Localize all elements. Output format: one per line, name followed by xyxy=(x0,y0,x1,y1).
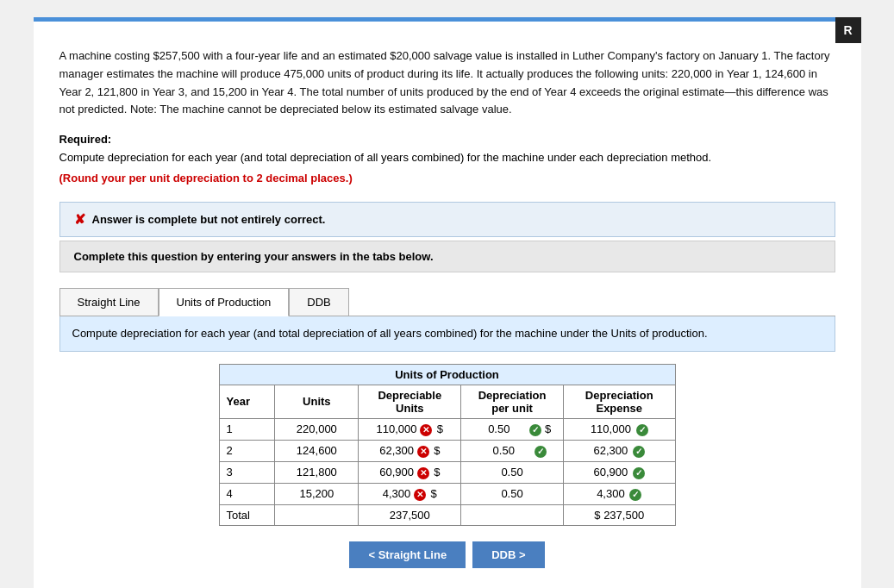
dep-expense-value-4: 4,300 xyxy=(597,487,625,500)
table-row: 1 220,000 110,000 ✕ $ ✓ $ 110,000 ✓ xyxy=(219,418,675,440)
dep-units-x-icon-4: ✕ xyxy=(414,489,426,501)
cell-dep-per-unit-4 xyxy=(461,483,564,504)
table-row: 3 121,800 60,900 ✕ $ 60,900 ✓ xyxy=(219,461,675,483)
dep-per-unit-check-icon-1: ✓ xyxy=(529,424,541,436)
dep-units-value-1: 110,000 xyxy=(377,422,417,435)
tab-units-of-production[interactable]: Units of Production xyxy=(159,288,290,316)
dep-per-unit-dollar-4: $ xyxy=(431,487,437,500)
tabs-container: Straight Line Units of Production DDB xyxy=(59,288,835,316)
table-section-header: Units of Production xyxy=(219,364,675,385)
dep-expense-check-icon-4: ✓ xyxy=(629,489,641,501)
cell-total-dep-units: 237,500 xyxy=(359,504,461,525)
dep-expense-value-3: 60,900 xyxy=(594,466,628,479)
dep-per-unit-input-4[interactable] xyxy=(486,487,538,500)
cell-dep-per-unit-3 xyxy=(461,461,564,483)
col-header-dep-units: Depreciable Units xyxy=(359,385,461,418)
col-header-dep-expense: Depreciation Expense xyxy=(563,385,675,418)
tab-straight-line[interactable]: Straight Line xyxy=(59,288,159,316)
cell-units-3: 121,800 xyxy=(275,461,359,483)
round-note: (Round your per unit depreciation to 2 d… xyxy=(59,170,835,187)
cell-total-label: Total xyxy=(219,504,275,525)
units-of-production-table: Units of Production Year Units Depreciab… xyxy=(219,364,676,526)
dep-per-unit-dollar-2: $ xyxy=(434,444,440,457)
alert-box: ✘ Answer is complete but not entirely co… xyxy=(59,202,835,237)
total-dep-expense-value: 237,500 xyxy=(603,509,644,522)
table-section: Units of Production Year Units Depreciab… xyxy=(59,364,835,526)
dep-per-unit-dollar-3: $ xyxy=(434,466,440,479)
dep-per-unit-input-2[interactable] xyxy=(478,444,529,457)
dep-units-value-2: 62,300 xyxy=(379,444,414,457)
dep-per-unit-check-icon-2: ✓ xyxy=(535,446,547,458)
page-container: R A machine costing $257,500 with a four… xyxy=(34,17,861,588)
col-header-dep-per-unit: Depreciation per unit xyxy=(461,385,564,418)
cell-year-4: 4 xyxy=(219,483,275,504)
tab-ddb[interactable]: DDB xyxy=(289,288,348,316)
cell-dep-units-4: 4,300 ✕ $ xyxy=(359,483,461,504)
dep-units-x-icon-3: ✕ xyxy=(417,467,429,479)
table-section-header-row: Units of Production xyxy=(219,364,675,385)
cell-dep-expense-2: 62,300 ✓ xyxy=(563,440,675,461)
instruction-text: Compute depreciation for each year (and … xyxy=(59,149,835,166)
problem-text: A machine costing $257,500 with a four-y… xyxy=(59,47,835,119)
col-header-units: Units xyxy=(275,385,359,418)
dep-expense-value-2: 62,300 xyxy=(594,444,628,457)
alert-icon: ✘ xyxy=(74,211,85,228)
cell-dep-units-2: 62,300 ✕ $ xyxy=(359,440,461,461)
cell-units-1: 220,000 xyxy=(275,418,359,440)
dep-expense-check-icon-1: ✓ xyxy=(636,424,648,436)
table-total-row: Total 237,500 $ 237,500 xyxy=(219,504,675,525)
alert-text: Answer is complete but not entirely corr… xyxy=(92,213,326,226)
next-button[interactable]: DDB > xyxy=(472,541,544,568)
total-dep-expense-dollar: $ xyxy=(594,509,600,522)
dep-per-unit-input-1[interactable] xyxy=(473,422,525,435)
dep-units-value-3: 60,900 xyxy=(379,466,414,479)
prev-button[interactable]: < Straight Line xyxy=(349,541,466,568)
cell-year-1: 1 xyxy=(219,418,275,440)
tab-content-description: Compute depreciation for each year (and … xyxy=(59,316,835,352)
cell-dep-per-unit-2: ✓ xyxy=(461,440,564,461)
cell-dep-units-1: 110,000 ✕ $ xyxy=(359,418,461,440)
dep-expense-value-1: 110,000 xyxy=(591,422,631,435)
dep-per-unit-dollar-1: $ xyxy=(437,422,443,435)
cell-units-4: 15,200 xyxy=(275,483,359,504)
table-row: 4 15,200 4,300 ✕ $ 4,300 ✓ xyxy=(219,483,675,504)
cell-year-3: 3 xyxy=(219,461,275,483)
cell-total-dep-per-unit-blank xyxy=(461,504,564,525)
nav-buttons: < Straight Line DDB > xyxy=(59,541,835,568)
required-label: Required: xyxy=(59,133,835,146)
dep-expense-check-icon-3: ✓ xyxy=(633,467,645,479)
cell-year-2: 2 xyxy=(219,440,275,461)
dep-expense-check-icon-2: ✓ xyxy=(633,446,645,458)
col-header-year: Year xyxy=(219,385,275,418)
table-column-headers-row: Year Units Depreciable Units Depreciatio… xyxy=(219,385,675,418)
dep-units-value-4: 4,300 xyxy=(383,487,411,500)
dep-per-unit-input-3[interactable] xyxy=(486,466,538,479)
cell-total-units-blank xyxy=(275,504,359,525)
cell-total-dep-expense: $ 237,500 xyxy=(563,504,675,525)
corner-button[interactable]: R xyxy=(835,17,861,43)
top-bar xyxy=(34,17,861,22)
cell-dep-expense-4: 4,300 ✓ xyxy=(563,483,675,504)
dep-units-x-icon-2: ✕ xyxy=(417,446,429,458)
cell-dep-expense-1: 110,000 ✓ xyxy=(563,418,675,440)
table-row: 2 124,600 62,300 ✕ $ ✓ 62,300 ✓ xyxy=(219,440,675,461)
dep-expense-dollar-1: $ xyxy=(545,422,551,435)
cell-dep-per-unit-1: ✓ $ xyxy=(461,418,564,440)
cell-dep-expense-3: 60,900 ✓ xyxy=(563,461,675,483)
cell-units-2: 124,600 xyxy=(275,440,359,461)
dep-units-x-icon-1: ✕ xyxy=(420,424,432,436)
cell-dep-units-3: 60,900 ✕ $ xyxy=(359,461,461,483)
complete-note: Complete this question by entering your … xyxy=(59,241,835,272)
